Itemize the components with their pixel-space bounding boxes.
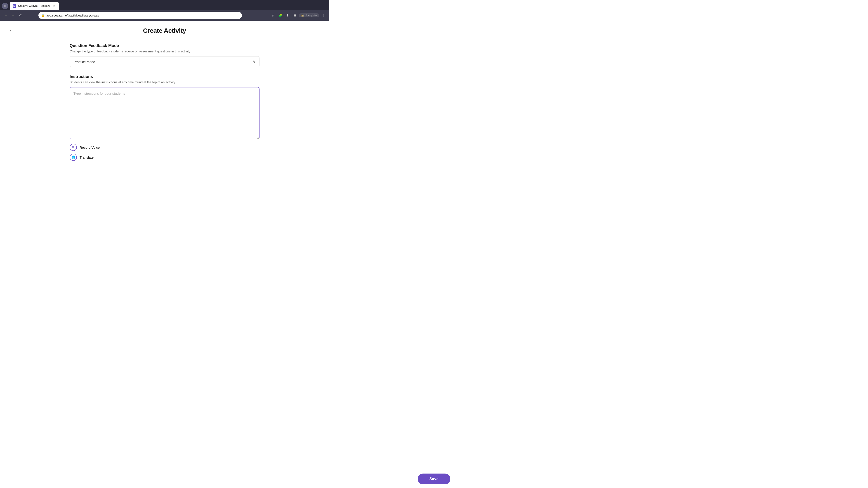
record-voice-option[interactable]: 🎙 Record Voice — [70, 144, 259, 151]
instructions-section: Instructions Students can view the instr… — [70, 74, 259, 161]
tab-close-button[interactable]: × — [52, 4, 56, 8]
translate-icon: 🌐 — [70, 154, 77, 161]
feedback-mode-section: Question Feedback Mode Change the type o… — [70, 43, 259, 67]
extensions-button[interactable]: 🧩 — [277, 12, 283, 19]
svg-text:S: S — [13, 5, 15, 7]
feedback-mode-description: Change the type of feedback students rec… — [70, 50, 259, 53]
browser-chrome: 8 S Creative Canvas - Seesaw × + ← → ↺ 🔒… — [0, 0, 329, 21]
back-nav-button[interactable]: ← — [3, 12, 9, 19]
translate-option[interactable]: 🌐 Translate — [70, 154, 259, 161]
dropdown-selected-value: Practice Mode — [73, 60, 95, 64]
bookmark-button[interactable]: ☆ — [270, 12, 276, 19]
tab-title: Creative Canvas - Seesaw — [18, 4, 50, 7]
url-text: app.seesaw.me/#/activities/library/creat… — [46, 14, 239, 17]
nav-buttons: ← → ↺ — [3, 12, 24, 19]
page-content: ← Create Activity Question Feedback Mode… — [0, 21, 329, 194]
back-button[interactable]: ← — [9, 28, 14, 34]
voice-options: 🎙 Record Voice 🌐 Translate — [70, 144, 259, 161]
feedback-mode-title: Question Feedback Mode — [70, 43, 259, 48]
instructions-description: Students can view the instructions at an… — [70, 80, 259, 84]
toolbar-actions: ☆ 🧩 ⬇ ▣ 🕵 Incognito ⋮ — [270, 12, 327, 19]
incognito-badge[interactable]: 🕵 Incognito — [299, 13, 319, 18]
page-title: Create Activity — [143, 27, 186, 34]
address-bar[interactable]: 🔒 app.seesaw.me/#/activities/library/cre… — [38, 12, 242, 19]
instructions-title: Instructions — [70, 74, 259, 79]
record-voice-icon: 🎙 — [70, 144, 77, 151]
incognito-icon: 🕵 — [301, 14, 305, 17]
page-header: ← Create Activity — [0, 21, 329, 39]
incognito-label: Incognito — [306, 14, 317, 17]
feedback-mode-dropdown[interactable]: Practice Mode ∨ — [70, 56, 259, 67]
active-tab[interactable]: S Creative Canvas - Seesaw × — [10, 2, 59, 10]
form-container: Question Feedback Mode Change the type o… — [61, 39, 269, 173]
tab-bar: 8 S Creative Canvas - Seesaw × + — [0, 0, 329, 10]
record-voice-label: Record Voice — [80, 145, 100, 149]
tab-group-indicator[interactable]: 8 — [2, 3, 8, 9]
download-button[interactable]: ⬇ — [284, 12, 291, 19]
split-button[interactable]: ▣ — [291, 12, 298, 19]
instructions-textarea[interactable] — [70, 87, 259, 139]
chevron-down-icon: ∨ — [253, 59, 256, 64]
translate-label: Translate — [80, 156, 94, 159]
refresh-button[interactable]: ↺ — [17, 12, 24, 19]
forward-nav-button[interactable]: → — [10, 12, 16, 19]
lock-icon: 🔒 — [41, 14, 44, 17]
menu-button[interactable]: ⋮ — [320, 12, 327, 19]
new-tab-button[interactable]: + — [60, 3, 66, 9]
tab-favicon: S — [13, 4, 16, 8]
browser-toolbar: ← → ↺ 🔒 app.seesaw.me/#/activities/libra… — [0, 10, 329, 21]
